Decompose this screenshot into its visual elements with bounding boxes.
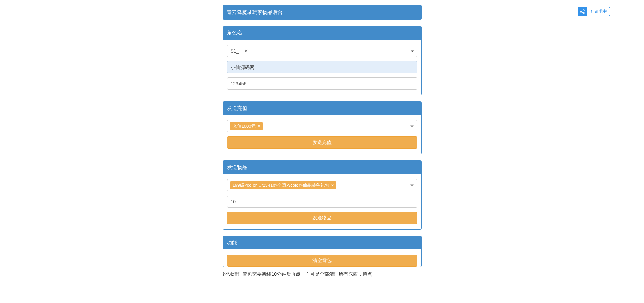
item-multiselect[interactable]: 199级<color=#f2341b>全真</color>仙品装备礼包 × (227, 179, 417, 191)
panel-heading-role: 角色名 (223, 26, 421, 40)
upload-icon (590, 9, 593, 14)
floating-request-widget[interactable]: 请求中 (578, 7, 610, 16)
chevron-down-icon (410, 126, 414, 127)
panel-heading-recharge: 发送充值 (223, 102, 421, 115)
password-input[interactable] (227, 77, 417, 90)
item-tag-label: 199级<color=#f2341b>全真</color>仙品装备礼包 (233, 182, 329, 188)
server-select[interactable]: S1_一区 (227, 45, 417, 57)
page-title: 青云降魔录玩家物品后台 (223, 5, 422, 20)
panel-heading-item: 发送物品 (223, 161, 421, 174)
recharge-multiselect[interactable]: 充值1000元 × (227, 120, 417, 132)
send-recharge-button[interactable]: 发送充值 (227, 136, 417, 149)
svg-line-3 (582, 10, 583, 11)
panel-function: 功能 清空背包 (223, 236, 422, 267)
panel-item: 发送物品 199级<color=#f2341b>全真</color>仙品装备礼包… (223, 160, 422, 230)
cloud-share-icon (578, 7, 587, 16)
clear-bag-note: 说明:清理背包需要离线10分钟后再点，而且是全部清理所有东西，慎点 (223, 271, 422, 277)
chevron-down-icon (410, 185, 414, 186)
username-input[interactable] (227, 61, 417, 73)
recharge-tag-label: 充值1000元 (233, 123, 256, 129)
panel-recharge: 发送充值 充值1000元 × 发送充值 (223, 101, 422, 154)
request-status-text: 请求中 (595, 9, 607, 14)
recharge-tag: 充值1000元 × (230, 122, 263, 130)
item-tag: 199级<color=#f2341b>全真</color>仙品装备礼包 × (230, 181, 337, 189)
panel-role: 角色名 S1_一区 (223, 26, 422, 95)
request-status-box: 请求中 (587, 7, 610, 16)
close-icon[interactable]: × (258, 124, 260, 129)
clear-bag-button[interactable]: 清空背包 (227, 255, 417, 267)
item-qty-input[interactable] (227, 196, 417, 208)
close-icon[interactable]: × (331, 183, 334, 188)
panel-heading-function: 功能 (223, 236, 421, 249)
send-item-button[interactable]: 发送物品 (227, 212, 417, 224)
svg-line-4 (582, 12, 583, 12)
